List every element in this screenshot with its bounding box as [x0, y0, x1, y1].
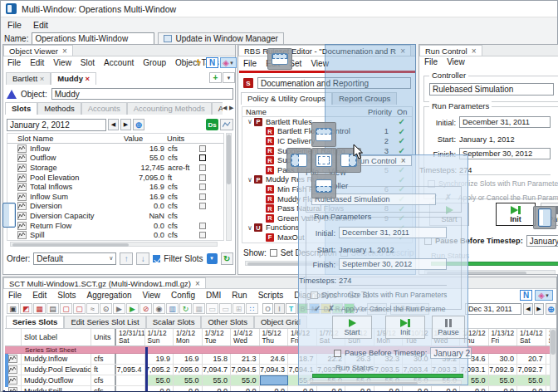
move-up-button[interactable]: ↑: [120, 252, 133, 265]
dock-indicator-center[interactable]: [311, 148, 336, 173]
sct-sheet-tab[interactable]: Other Slots: [201, 316, 254, 328]
date-column-header[interactable]: 1/13/12Fri: [489, 329, 518, 345]
edit-cell-icon[interactable]: ▢: [60, 303, 72, 314]
add-tab-button[interactable]: +: [209, 72, 222, 83]
grid-cell[interactable]: 0.0: [317, 386, 346, 391]
tab-policy-utility-groups[interactable]: Policy & Utility Groups: [241, 92, 332, 105]
grid-cell[interactable]: 0.0: [432, 386, 461, 391]
dmi-icon[interactable]: ▥: [166, 303, 179, 314]
dock-indicator-left[interactable]: [286, 148, 311, 173]
grid-cell[interactable]: 7,092.9: [489, 365, 518, 375]
name-input[interactable]: Operations Multi-Window: [32, 32, 154, 45]
grid-cell[interactable]: 0.0: [345, 386, 374, 391]
slot-row[interactable]: Outflow 55.0 cfs: [7, 154, 223, 164]
grid-cell[interactable]: [116, 386, 145, 391]
grid-cell[interactable]: 0.0: [145, 386, 174, 391]
window2-icon[interactable]: ▭: [219, 303, 232, 314]
expander-icon[interactable]: ∨: [246, 224, 254, 232]
prev-date-button[interactable]: ◀: [523, 303, 533, 315]
grid-cell[interactable]: [116, 354, 145, 364]
grid-cell[interactable]: 0.0: [403, 386, 432, 391]
share-view-icon[interactable]: ◈▼: [535, 290, 553, 301]
diagnostics-icon[interactable]: ϟ: [193, 57, 205, 68]
badge-o[interactable]: O: [262, 303, 273, 314]
grid-cell[interactable]: 24.6: [260, 354, 289, 364]
main-menu-item[interactable]: Edit: [33, 20, 48, 30]
slot-row[interactable]: Inflow Sum 16.9 cfs: [7, 192, 223, 202]
sct-date-input[interactable]: Dec 31, 2011: [465, 303, 521, 315]
grid-cell[interactable]: 0.0: [231, 386, 260, 391]
run-control-menu-item[interactable]: View: [447, 57, 465, 66]
tab-scroll-right-icon[interactable]: ▶: [229, 105, 233, 111]
column-slot-label[interactable]: Slot Label: [22, 329, 91, 345]
sct-menu-item[interactable]: Config: [171, 291, 195, 300]
grid-cell[interactable]: 0.0: [260, 386, 289, 391]
sct-tab[interactable]: SCT Multi-Window1.SCT.gz (Multi-Window1.…: [3, 277, 206, 288]
date-column-header[interactable]: 1/3/12Tue: [203, 329, 232, 345]
plot-icon[interactable]: ≈: [86, 303, 99, 314]
filter-slots-checkbox[interactable]: [153, 255, 160, 262]
slot-row[interactable]: Return Flow 0.0 cfs: [7, 221, 223, 231]
grid-cell[interactable]: 55.0: [517, 375, 546, 385]
date-column-header[interactable]: 1/2/12Mon: [174, 329, 203, 345]
object-view-tab[interactable]: Attributes: [212, 102, 223, 115]
refresh-button[interactable]: ↻: [221, 252, 233, 265]
slot-date-input[interactable]: January 2, 2012: [7, 119, 106, 131]
object-view-tab[interactable]: Accounts: [81, 102, 127, 115]
main-menu-item[interactable]: File: [7, 20, 22, 30]
set-description-checkbox[interactable]: [270, 249, 277, 257]
column-units[interactable]: Units: [160, 135, 193, 143]
initial-date-input[interactable]: December 31, 2011: [459, 116, 551, 128]
grid-cell[interactable]: 19.9: [145, 354, 174, 364]
date-column-header[interactable]: 1/1/12Sun: [145, 329, 174, 345]
badge-t[interactable]: T: [286, 303, 296, 314]
column-slot-name[interactable]: Slot Name: [7, 135, 124, 143]
grid-cell[interactable]: 0.0: [489, 386, 518, 391]
grid-cell[interactable]: 7,095.2: [145, 365, 174, 375]
object-viewer-menu-item[interactable]: Edit: [30, 58, 44, 67]
init-button[interactable]: Init: [496, 203, 536, 226]
move-down-button[interactable]: ↓: [136, 252, 149, 265]
pause-before-select[interactable]: January 2, 2: [526, 235, 558, 247]
column-value[interactable]: Value: [124, 135, 160, 143]
prev-timestep-button[interactable]: ◀: [108, 119, 119, 130]
object-viewer-menu-item[interactable]: Group: [143, 58, 166, 67]
grid-icon[interactable]: ⊞: [232, 303, 245, 314]
slot-row[interactable]: Pool Elevation 7,095.0 ft: [7, 173, 223, 183]
script-run-icon[interactable]: ▶: [113, 303, 125, 314]
lock-icon[interactable]: ▣: [7, 303, 19, 314]
grid-cell[interactable]: 55.0: [145, 375, 174, 385]
object-viewer-menu-item[interactable]: Account: [104, 58, 134, 67]
slot-table-icon[interactable]: ▦: [33, 303, 46, 314]
dock-indicator-top[interactable]: [311, 122, 336, 147]
object-view-tab[interactable]: Accounting Methods: [127, 102, 212, 115]
grid-cell[interactable]: 15.8: [203, 354, 232, 364]
clear-cell-icon[interactable]: ▢: [73, 303, 86, 314]
grid-cell[interactable]: 21.3: [231, 354, 260, 364]
plot-slot-icon[interactable]: [220, 119, 233, 130]
open-object-icon[interactable]: N: [206, 57, 218, 68]
expander-icon[interactable]: ∨: [246, 118, 254, 125]
object-tab-bartlett[interactable]: Bartlett ×: [6, 72, 51, 85]
date-column-header[interactable]: 12/31/11Sat: [116, 329, 145, 345]
sct-sheet-tab[interactable]: Scalar Slots: [146, 316, 202, 328]
object-view-tab[interactable]: Slots: [5, 102, 37, 115]
grid-cell[interactable]: 16.9: [174, 354, 203, 364]
sct-row-spill[interactable]: Muddy.Spill cfs 0.00.00.00.00.00.00.00.0…: [5, 386, 555, 391]
next-date-button[interactable]: ▶: [534, 303, 544, 315]
finish-date-input[interactable]: September 30, 2012: [459, 148, 551, 159]
tab-scroll-left-icon[interactable]: ◀: [223, 105, 227, 111]
dock-edge-indicator-right[interactable]: [533, 206, 556, 229]
grid-cell[interactable]: 7,092.7: [517, 365, 546, 375]
sct-vscrollbar[interactable]: [550, 328, 556, 391]
timestep-icon[interactable]: ⊙: [100, 303, 112, 314]
globe-sync-icon[interactable]: ⊕: [133, 119, 144, 130]
grid-cell[interactable]: 55.0: [174, 375, 203, 385]
share-view-icon[interactable]: ◈▼: [220, 57, 237, 68]
grid-cell[interactable]: 55.0: [203, 375, 232, 385]
snapshot-icon[interactable]: ◉: [153, 303, 165, 314]
tab-list-button[interactable]: ▼: [223, 72, 235, 83]
grid-cell[interactable]: 0.0: [460, 386, 489, 391]
grid-cell[interactable]: 20.7: [517, 354, 546, 364]
column-units[interactable]: Units: [91, 329, 116, 345]
